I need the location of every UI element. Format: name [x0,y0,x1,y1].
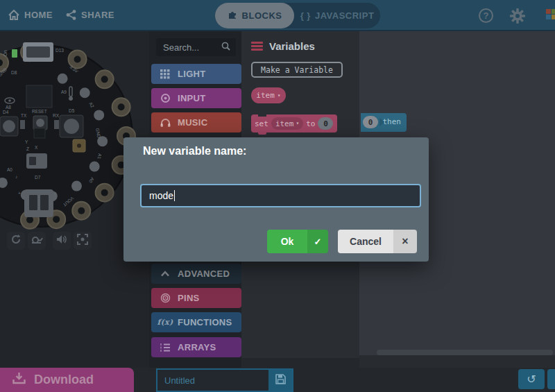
project-name-box [156,368,293,392]
share-button[interactable]: SHARE [66,0,114,30]
sim-volume-button[interactable] [53,232,71,250]
redo-button[interactable]: ↻ [547,369,555,389]
check-icon: ✓ [307,230,328,253]
svg-text:TX: TX [21,113,27,118]
toolbox-category-functions[interactable]: f(x) FUNCTIONS [151,312,241,332]
svg-text:D13: D13 [56,48,64,53]
ok-button[interactable]: Ok ✓ [267,230,328,253]
light-grid-icon [157,69,173,79]
bottom-bar: Download ↺ ↻ [0,368,555,392]
arrays-list-icon [157,343,173,352]
svg-text:-: - [54,191,56,196]
workspace-bottom-strip [359,355,555,368]
download-icon [12,372,26,388]
navbar: HOME SHARE BLOCKS { } JAVASCRIPT ? [0,0,555,31]
tab-javascript[interactable]: { } JAVASCRIPT [294,10,380,21]
editor-toggle: BLOCKS { } JAVASCRIPT [215,3,380,28]
settings-button[interactable] [509,7,527,25]
close-icon: × [393,230,417,253]
toolbox-category-arrays[interactable]: ARRAYS [151,337,241,357]
undo-icon: ↺ [527,373,536,386]
category-label: ADVANCED [178,269,230,279]
tab-blocks[interactable]: BLOCKS [215,3,294,28]
svg-text:RX: RX [53,113,60,118]
category-label: PINS [178,293,200,303]
new-variable-dialog: New variable name: mode Ok ✓ Cancel × [123,137,429,262]
variable-dropdown[interactable]: item ▾ [271,117,303,130]
horizontal-scrollbar[interactable] [377,350,553,355]
toolbox-category-pins[interactable]: PINS [151,288,241,308]
modal-title: New variable name: [143,145,246,157]
ok-label: Ok [267,230,307,253]
number-slot[interactable]: 0 [363,116,378,128]
search-icon [221,41,230,53]
input-target-icon [157,93,173,103]
category-label: MUSIC [178,117,207,128]
category-label: ARRAYS [178,342,216,352]
text-caret [174,190,175,201]
search-box [156,38,236,56]
save-icon [275,374,286,387]
gear-icon [509,15,527,27]
variable-name-input[interactable]: mode [140,184,421,207]
svg-text:A8: A8 [6,105,11,110]
category-label: INPUT [178,93,206,103]
function-fx-icon: f(x) [157,318,173,327]
sim-fullscreen-button[interactable] [74,232,92,250]
caret-down-icon: ▾ [296,121,299,126]
caret-down-icon: ▾ [278,93,281,99]
toolbox-category-input[interactable]: INPUT [151,88,241,108]
svg-text:D4: D4 [3,110,9,114]
if-then-block-fragment[interactable]: 0 then [361,113,407,132]
number-slot[interactable]: 0 [318,117,333,130]
slowmo-snail-icon [31,234,43,248]
category-label: LIGHT [178,69,206,79]
variable-item-block[interactable]: item ▾ [251,87,286,103]
svg-text:D7: D7 [35,175,41,180]
svg-text:A0: A0 [7,167,12,172]
flyout-header: Variables [251,40,350,52]
download-button[interactable]: Download [0,368,134,392]
tab-javascript-label: JAVASCRIPT [315,10,374,21]
volume-icon [56,234,67,248]
svg-text:A9: A9 [61,90,67,94]
project-name-input[interactable] [157,370,268,391]
microsoft-logo [546,9,555,19]
sim-restart-button[interactable] [7,232,25,250]
headphones-icon [157,118,173,127]
svg-text:Y: Y [25,139,28,144]
svg-text:D8: D8 [11,70,17,75]
home-button[interactable]: HOME [8,0,53,30]
pins-target-icon [157,293,173,303]
download-label: Download [34,373,94,387]
category-label: FUNCTIONS [178,317,232,327]
svg-text:Z: Z [26,146,29,151]
undo-button[interactable]: ↺ [518,369,545,389]
toolbox-category-advanced[interactable]: ADVANCED [151,264,241,284]
svg-text:A1: A1 [97,153,103,160]
makecode-editor: HOME SHARE BLOCKS { } JAVASCRIPT ? [0,0,555,392]
help-button[interactable]: ? [479,8,493,23]
toolbox-category-light[interactable]: LIGHT [151,64,241,84]
svg-text:RESET: RESET [32,109,47,114]
sim-slowmo-button[interactable] [28,232,46,250]
toolbox-category-music[interactable]: MUSIC [151,112,241,133]
chevron-up-icon [157,271,173,277]
puzzle-icon [228,10,237,22]
svg-text:On: On [3,50,8,56]
variables-icon [251,42,263,51]
flyout-title: Variables [269,40,315,52]
fullscreen-icon [77,234,88,248]
braces-icon: { } [300,10,311,21]
block-notch [258,114,266,117]
search-input[interactable] [162,42,221,53]
restart-icon [10,234,22,248]
help-icon: ? [484,10,489,21]
cancel-button[interactable]: Cancel × [338,230,417,253]
save-button[interactable] [268,370,292,391]
svg-text:D5: D5 [69,108,75,113]
set-variable-block[interactable]: set item ▾ to 0 [251,114,337,133]
make-variable-button[interactable]: Make a Variable [251,62,343,78]
home-icon [8,10,19,20]
block-bump [258,133,266,135]
